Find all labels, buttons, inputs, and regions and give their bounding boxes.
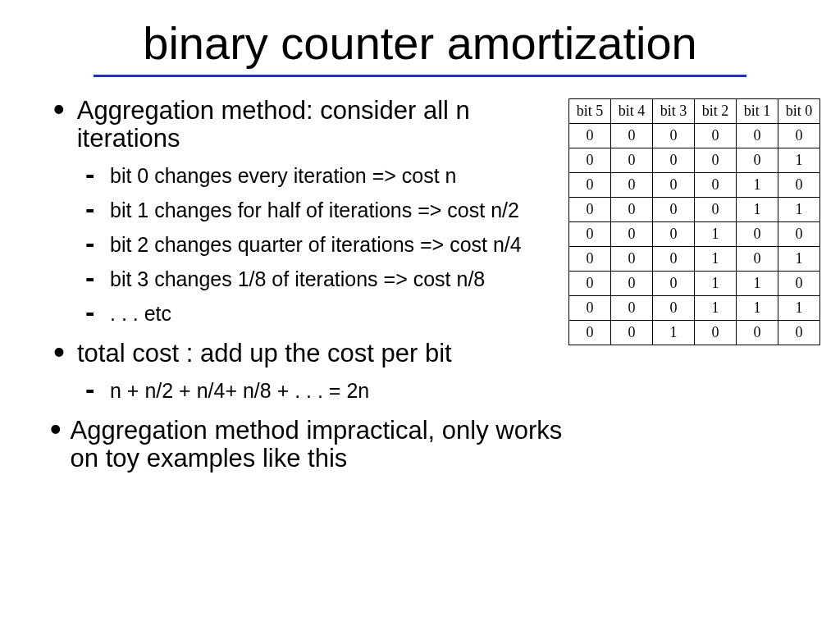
table-row: 000111 [569, 296, 820, 321]
table-row: 001000 [569, 321, 820, 345]
table-cell: 0 [611, 173, 653, 198]
table-cell: 0 [737, 222, 778, 247]
table-cell: 0 [695, 321, 737, 345]
page-title: binary counter amortization [49, 16, 791, 70]
table-cell: 0 [695, 124, 737, 148]
table-cell: 0 [737, 247, 778, 272]
table-cell: 1 [653, 321, 695, 345]
table-cell: 1 [695, 296, 737, 321]
table-cell: 0 [778, 321, 820, 345]
table-cell: 0 [569, 173, 611, 198]
bullet-1-text: Aggregation method: consider all n itera… [77, 97, 574, 153]
table-cell: 0 [778, 222, 820, 247]
bullet-1-sub-4-text: . . . etc [110, 302, 171, 325]
table-cell: 1 [778, 148, 820, 173]
bullet-3: • Aggregation method impractical, only w… [49, 417, 574, 472]
bullet-1-sub-3: - bit 3 changes 1/8 of iterations => cos… [85, 267, 574, 290]
title-rule [94, 75, 746, 77]
table-row: 000000 [569, 124, 820, 148]
table-cell: 0 [611, 148, 653, 173]
table-cell: 0 [653, 148, 695, 173]
table-cell: 0 [569, 321, 611, 345]
table-cell: 0 [611, 272, 653, 296]
bullet-1-sub-3-text: bit 3 changes 1/8 of iterations => cost … [110, 267, 485, 290]
dash-icon: - [85, 379, 98, 399]
bullet-1-sub-1: - bit 1 changes for half of iterations =… [85, 199, 574, 221]
table-cell: 0 [653, 173, 695, 198]
table-row: 000011 [569, 198, 820, 222]
table-cell: 0 [611, 247, 653, 272]
table-header: bit 2 [695, 99, 737, 124]
table-cell: 0 [569, 198, 611, 222]
table-cell: 0 [695, 173, 737, 198]
table-header: bit 4 [611, 99, 653, 124]
table-row: 000110 [569, 272, 820, 296]
table-cell: 0 [653, 222, 695, 247]
table-cell: 1 [695, 272, 737, 296]
table-cell: 1 [737, 272, 778, 296]
table-cell: 0 [569, 124, 611, 148]
table-header: bit 3 [653, 99, 695, 124]
bullet-2-sub-0-text: n + n/2 + n/4+ n/8 + . . . = 2n [110, 379, 369, 402]
table-cell: 0 [737, 124, 778, 148]
bullet-1-sub-2: - bit 2 changes quarter of iterations =>… [85, 233, 574, 256]
bullet-2-text: total cost : add up the cost per bit [77, 340, 452, 368]
table-header: bit 1 [737, 99, 778, 124]
table-cell: 0 [778, 124, 820, 148]
table-cell: 0 [611, 124, 653, 148]
table-cell: 1 [695, 247, 737, 272]
table-cell: 0 [695, 148, 737, 173]
table-row: 000100 [569, 222, 820, 247]
dash-icon: - [85, 164, 98, 184]
table-cell: 0 [611, 321, 653, 345]
table-cell: 0 [653, 296, 695, 321]
bit-table: bit 5 bit 4 bit 3 bit 2 bit 1 bit 0 0000… [568, 98, 820, 345]
bit-table-wrap: bit 5 bit 4 bit 3 bit 2 bit 1 bit 0 0000… [568, 98, 820, 345]
table-cell: 0 [611, 222, 653, 247]
table-cell: 0 [778, 272, 820, 296]
bullet-1-sub-1-text: bit 1 changes for half of iterations => … [110, 199, 519, 221]
table-cell: 1 [737, 198, 778, 222]
bullet-3-text: Aggregation method impractical, only wor… [71, 417, 574, 472]
table-cell: 0 [653, 247, 695, 272]
table-cell: 0 [569, 222, 611, 247]
table-cell: 0 [569, 148, 611, 173]
table-cell: 0 [737, 321, 778, 345]
table-cell: 1 [778, 296, 820, 321]
dash-icon: - [85, 233, 98, 253]
table-cell: 0 [611, 296, 653, 321]
bullet-dot-icon: • [49, 97, 69, 121]
bullet-dot-icon: • [49, 340, 69, 364]
table-cell: 1 [778, 247, 820, 272]
table-cell: 0 [737, 148, 778, 173]
bullet-1-sub-2-text: bit 2 changes quarter of iterations => c… [110, 233, 522, 256]
bullet-1-sub-0: - bit 0 changes every iteration => cost … [85, 164, 574, 187]
table-cell: 0 [695, 198, 737, 222]
table-cell: 1 [695, 222, 737, 247]
table-row: 000001 [569, 148, 820, 173]
table-cell: 1 [737, 173, 778, 198]
table-header-row: bit 5 bit 4 bit 3 bit 2 bit 1 bit 0 [569, 99, 820, 124]
table-cell: 0 [778, 173, 820, 198]
table-header: bit 0 [778, 99, 820, 124]
table-cell: 1 [737, 296, 778, 321]
table-cell: 0 [653, 124, 695, 148]
bullet-dot-icon: • [49, 417, 62, 441]
table-header: bit 5 [569, 99, 611, 124]
dash-icon: - [85, 302, 98, 322]
table-cell: 1 [778, 198, 820, 222]
table-cell: 0 [653, 272, 695, 296]
table-row: 000010 [569, 173, 820, 198]
table-cell: 0 [569, 296, 611, 321]
bullet-1-sub-4: - . . . etc [85, 302, 574, 325]
table-cell: 0 [611, 198, 653, 222]
table-body: 0000000000010000100000110001000001010001… [569, 124, 820, 345]
table-cell: 0 [569, 272, 611, 296]
table-cell: 0 [653, 198, 695, 222]
bullet-list: • Aggregation method: consider all n ite… [49, 97, 574, 472]
bullet-2-sub-0: - n + n/2 + n/4+ n/8 + . . . = 2n [85, 379, 574, 402]
bullet-1: • Aggregation method: consider all n ite… [49, 97, 574, 153]
bullet-2: • total cost : add up the cost per bit [49, 340, 574, 368]
table-cell: 0 [569, 247, 611, 272]
dash-icon: - [85, 199, 98, 218]
